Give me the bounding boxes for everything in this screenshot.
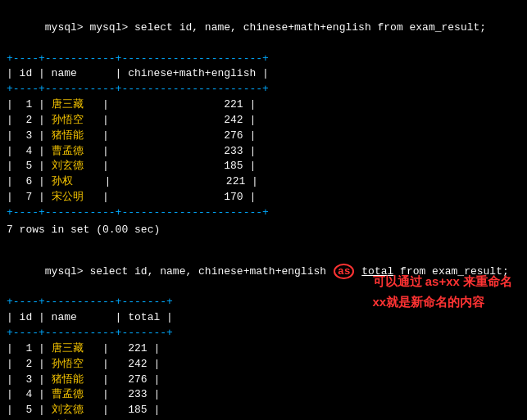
query1-prompt: mysql> mysql> select id, name, chinese+m…: [7, 5, 520, 52]
q1-header-divider: +----+-----------+----------------------…: [7, 82, 520, 97]
table-row: | 2 | 孙悟空 | 242 |: [7, 113, 520, 129]
table-row: | 6 | 孙权 | 221 |: [7, 174, 520, 190]
q1-border-top: +----+-----------+----------------------…: [7, 52, 520, 67]
query2-section: mysql> select id, name, chinese+math+eng…: [7, 248, 520, 420]
table-row: | 2 | 孙悟空 | 242 |: [7, 357, 520, 373]
annotation-line2: xx就是新命名的内容: [373, 291, 512, 313]
q1-border-bottom: +----+-----------+----------------------…: [7, 205, 520, 221]
query1-section: mysql> mysql> select id, name, chinese+m…: [7, 5, 520, 238]
prompt-symbol2: mysql>: [45, 265, 90, 278]
table-row: | 1 | 唐三藏 | 221 |: [7, 341, 520, 357]
annotation-line1: 可以通过 as+xx 来重命名: [373, 271, 512, 292]
q2-header-divider: +----+-----------+-------+: [7, 326, 520, 341]
q1-header: | id | name | chinese+math+english |: [7, 66, 520, 82]
q1-footer: 7 rows in set (0.00 sec): [7, 223, 520, 238]
table-row: | 5 | 刘玄德 | 185 |: [7, 403, 520, 418]
query2-sql-pre: select id, name, chinese+math+english: [89, 265, 332, 278]
q2-header: | id | name | total |: [7, 310, 520, 326]
table-row: | 1 | 唐三藏 | 221 |: [7, 97, 520, 113]
annotation-block: 可以通过 as+xx 来重命名 xx就是新命名的内容: [373, 271, 512, 313]
as-circled: as: [334, 264, 355, 280]
table-row: | 5 | 刘玄德 | 185 |: [7, 159, 520, 174]
table-row: | 7 | 宋公明 | 170 |: [7, 190, 520, 205]
table-row: | 3 | 猪悟能 | 276 |: [7, 373, 520, 388]
table-row: | 4 | 曹孟德 | 233 |: [7, 387, 520, 403]
prompt-symbol: mysql>: [45, 21, 90, 34]
table-row: | 4 | 曹孟德 | 233 |: [7, 144, 520, 160]
query1-sql: mysql> select id, name, chinese+math+eng…: [89, 21, 486, 34]
table-row: | 3 | 猪悟能 | 276 |: [7, 129, 520, 144]
terminal-container: mysql> mysql> select id, name, chinese+m…: [7, 5, 520, 420]
